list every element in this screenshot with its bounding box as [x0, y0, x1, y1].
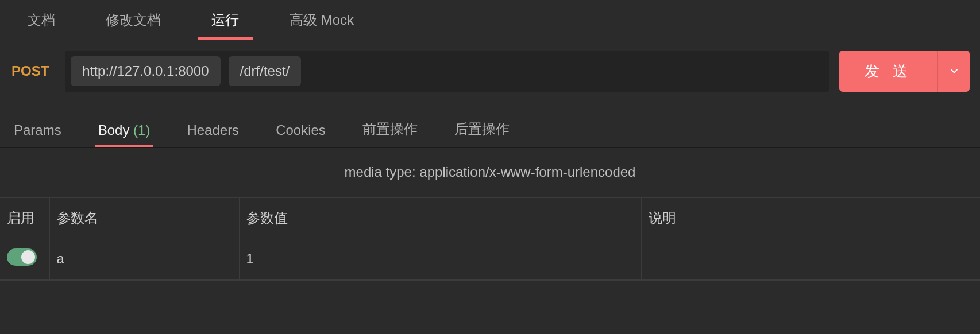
cell-value[interactable]: 1 [239, 238, 641, 280]
top-tabs: 文档 修改文档 运行 高级 Mock [0, 0, 980, 40]
tab-body[interactable]: Body (1) [98, 122, 151, 147]
send-button[interactable]: 发 送 [839, 51, 937, 92]
request-sub-tabs: Params Body (1) Headers Cookies 前置操作 后置操… [0, 102, 980, 148]
tab-params[interactable]: Params [14, 122, 61, 147]
send-button-group: 发 送 [839, 51, 970, 92]
cell-desc[interactable] [641, 238, 980, 280]
path-input[interactable]: /drf/test/ [229, 56, 302, 86]
host-input[interactable]: http://127.0.0.1:8000 [71, 56, 220, 86]
tab-edit-doc[interactable]: 修改文档 [92, 0, 175, 40]
enable-toggle[interactable] [7, 248, 37, 266]
tab-advanced-mock[interactable]: 高级 Mock [276, 0, 368, 40]
chevron-down-icon [948, 65, 960, 77]
tab-pre-request[interactable]: 前置操作 [362, 120, 418, 147]
table-row: a 1 [0, 238, 980, 280]
tab-headers[interactable]: Headers [187, 122, 239, 147]
cell-enable [0, 238, 49, 280]
th-value: 参数值 [239, 198, 641, 238]
request-row: POST http://127.0.0.1:8000 /drf/test/ 发 … [0, 51, 980, 92]
http-method-select[interactable]: POST [10, 51, 65, 92]
body-params-table: 启用 参数名 参数值 说明 a 1 [0, 197, 980, 280]
tab-post-request[interactable]: 后置操作 [454, 120, 510, 147]
cell-name[interactable]: a [49, 238, 239, 280]
bottom-band [0, 280, 980, 314]
th-name: 参数名 [49, 198, 239, 238]
th-desc: 说明 [641, 198, 980, 238]
tab-body-count: (1) [133, 122, 150, 138]
media-type-label: media type: application/x-www-form-urlen… [0, 148, 980, 197]
request-main: POST http://127.0.0.1:8000 /drf/test/ [10, 51, 829, 92]
th-enable: 启用 [0, 198, 49, 238]
send-dropdown-button[interactable] [937, 51, 970, 92]
tab-doc[interactable]: 文档 [14, 0, 69, 40]
tab-cookies[interactable]: Cookies [276, 122, 326, 147]
tab-body-label: Body [98, 122, 130, 138]
tab-run[interactable]: 运行 [198, 0, 253, 40]
